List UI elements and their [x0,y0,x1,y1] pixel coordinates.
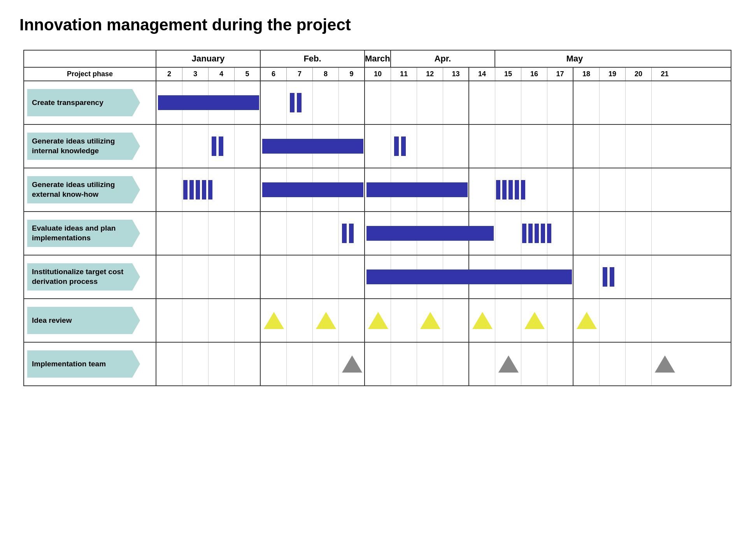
gantt-bar [366,226,494,241]
month-header-row: January Feb. March Apr. May [24,51,731,67]
gantt-bar [522,224,551,243]
gantt-bar [366,270,572,284]
row-gantt-3 [156,212,731,255]
row-label-6: Implementation team [24,343,156,385]
triangle_gray-19 [655,355,675,373]
triangle_yellow-4 [264,312,284,329]
gantt-bar [342,224,354,243]
row-gantt-5 [156,299,731,342]
row-label-4: Institutionalize target cost derivation … [24,256,156,298]
week-cell-11: 11 [391,68,417,80]
week-cell-20: 20 [626,68,652,80]
row-label-3: Evaluate ideas and plan implementations [24,212,156,255]
row-label-shape-3: Evaluate ideas and plan implementations [27,220,140,247]
row-label-shape-5: Idea review [27,307,140,334]
row-gantt-0 [156,81,731,124]
triangle_yellow-8 [368,312,388,329]
week-cell-8: 8 [313,68,339,80]
week-cell-10: 10 [365,68,391,80]
triangle_gray-13 [498,355,519,373]
row-label-shape-2: Generate ideas utilizing external know-h… [27,176,140,203]
row-label-shape-4: Institutionalize target cost derivation … [27,263,140,290]
week-cell-2: 2 [156,68,182,80]
row-label-0: Create transparency [24,81,156,124]
row-label-shape-0: Create transparency [27,89,140,116]
row-label-shape-6: Implementation team [27,350,140,378]
data-row-4: Institutionalize target cost derivation … [24,255,731,298]
week-cell-6: 6 [261,68,287,80]
page-title: Innovation management during the project [19,16,728,34]
triangle_yellow-12 [472,312,493,329]
week-cell-14: 14 [469,68,495,80]
gantt-bar [496,180,525,200]
week-cell-19: 19 [600,68,626,80]
row-label-1: Generate ideas utilizing internal knowle… [24,125,156,168]
week-cell-7: 7 [287,68,313,80]
month-february: Feb. [261,51,365,67]
gantt-bar [262,182,363,197]
gantt-bar [603,267,614,287]
week-cell-17: 17 [547,68,573,80]
data-row-3: Evaluate ideas and plan implementations [24,211,731,255]
row-label-5: Idea review [24,299,156,342]
data-row-5: Idea review [24,298,731,342]
triangle_yellow-14 [524,312,545,329]
row-label-2: Generate ideas utilizing external know-h… [24,168,156,211]
triangle_yellow-10 [420,312,440,329]
gantt-data-rows: Create transparencyGenerate ideas utiliz… [24,80,731,385]
week-cell-15: 15 [495,68,521,80]
gantt-bar [158,95,259,110]
week-cell-13: 13 [443,68,469,80]
week-cells: 23456789101112131415161718192021 [156,68,731,80]
week-cell-4: 4 [209,68,235,80]
week-cell-9: 9 [339,68,365,80]
gantt-chart: January Feb. March Apr. May Project phas… [23,50,731,386]
triangle_gray-7 [342,355,362,373]
gantt-bar [262,139,363,154]
gantt-bar [290,93,302,112]
row-gantt-1 [156,125,731,168]
data-row-2: Generate ideas utilizing external know-h… [24,168,731,211]
data-row-1: Generate ideas utilizing internal knowle… [24,124,731,168]
row-gantt-6 [156,343,731,385]
gantt-bar [366,182,468,197]
week-cell-3: 3 [182,68,209,80]
month-january: January [156,51,261,67]
week-cell-5: 5 [235,68,261,80]
row-gantt-2 [156,168,731,211]
row-label-shape-1: Generate ideas utilizing internal knowle… [27,133,140,160]
gantt-bar [394,136,406,156]
data-row-0: Create transparency [24,80,731,124]
gantt-bar [212,136,223,156]
row-gantt-4 [156,256,731,298]
triangle_yellow-16 [577,312,597,329]
month-may: May [495,51,654,67]
label-col-header [24,51,156,67]
week-header-row: Project phase 23456789101112131415161718… [24,67,731,80]
week-cell-16: 16 [521,68,547,80]
month-march: March [365,51,391,67]
project-phase-label: Project phase [24,68,156,80]
triangle_yellow-6 [316,312,336,329]
week-cell-12: 12 [417,68,443,80]
gantt-bar [183,180,212,200]
month-april: Apr. [391,51,495,67]
data-row-6: Implementation team [24,342,731,385]
week-cell-18: 18 [573,68,600,80]
week-cell-21: 21 [652,68,678,80]
